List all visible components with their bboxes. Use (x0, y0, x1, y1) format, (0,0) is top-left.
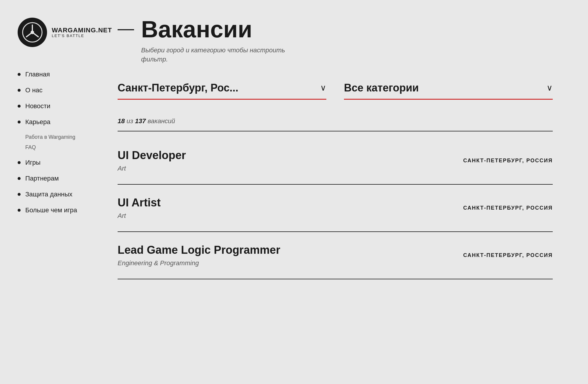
job-info: UI Developer Art (118, 149, 452, 172)
filters-row: Санкт-Петербург, Рос... ∨ Все категории … (118, 82, 553, 100)
nav-sub-group-kariera: Работа в Wargaming FAQ (25, 134, 82, 151)
svg-point-1 (31, 31, 34, 34)
header-text-area: Вакансии Выбери город и категорию чтобы … (141, 18, 553, 64)
job-info: Lead Game Logic Programmer Engineering &… (118, 244, 452, 267)
bullet-icon (18, 89, 21, 92)
category-filter-label: Все категории (344, 82, 419, 94)
page-subtitle: Выбери город и категорию чтобы настроить… (141, 46, 294, 64)
main-nav: Главная О нас Новости Карьера Работа в W… (18, 71, 82, 214)
sidebar-item-o-nas[interactable]: О нас (18, 86, 82, 94)
sidebar-item-novosti[interactable]: Новости (18, 102, 82, 110)
sidebar-item-partneram[interactable]: Партнерам (18, 175, 82, 182)
main-content: — Вакансии Выбери город и категорию чтоб… (94, 0, 588, 384)
chevron-down-icon: ∨ (547, 83, 553, 93)
bullet-icon (18, 193, 21, 196)
jobs-count-separator: из (127, 117, 135, 125)
logo-area[interactable]: WARGAMING.NET LET'S BATTLE (18, 18, 82, 47)
job-category: Art (118, 212, 452, 220)
job-category: Art (118, 165, 452, 172)
sidebar-item-label: Игры (25, 159, 41, 166)
job-title: UI Developer (118, 149, 452, 162)
sidebar: WARGAMING.NET LET'S BATTLE Главная О нас… (0, 0, 94, 384)
city-filter-select[interactable]: Санкт-Петербург, Рос... ∨ (118, 82, 326, 100)
sidebar-item-rabota[interactable]: Работа в Wargaming (25, 134, 82, 140)
sidebar-item-label: Главная (25, 71, 50, 78)
header-dash: — (118, 20, 134, 36)
page-title: Вакансии (141, 18, 553, 41)
job-item-lead-game-logic-programmer[interactable]: Lead Game Logic Programmer Engineering &… (118, 232, 553, 279)
chevron-down-icon: ∨ (320, 83, 326, 93)
jobs-count: 18 из 137 вакансий (118, 117, 553, 131)
job-item-ui-artist[interactable]: UI Artist Art САНКТ-ПЕТЕРБУРГ, РОССИЯ (118, 185, 553, 232)
sidebar-item-kariera[interactable]: Карьера (18, 118, 82, 126)
job-category: Engineering & Programming (118, 259, 452, 267)
category-filter-select[interactable]: Все категории ∨ (344, 82, 553, 100)
bullet-icon (18, 209, 21, 212)
jobs-count-shown: 18 (118, 117, 125, 125)
jobs-count-label: вакансий (148, 117, 175, 125)
sidebar-item-label: Новости (25, 102, 50, 110)
city-filter-dropdown[interactable]: Санкт-Петербург, Рос... ∨ (118, 82, 326, 100)
bullet-icon (18, 105, 21, 108)
bullet-icon (18, 177, 21, 180)
sidebar-item-label: Защита данных (25, 191, 72, 198)
logo-icon (18, 18, 47, 47)
sidebar-item-faq[interactable]: FAQ (25, 144, 82, 151)
bullet-icon (18, 121, 21, 123)
sidebar-item-bolshe[interactable]: Больше чем игра (18, 206, 82, 214)
sidebar-item-glavnaya[interactable]: Главная (18, 71, 82, 78)
category-filter-dropdown[interactable]: Все категории ∨ (344, 82, 553, 100)
job-location: САНКТ-ПЕТЕРБУРГ, РОССИЯ (463, 252, 553, 258)
job-info: UI Artist Art (118, 196, 452, 220)
job-location: САНКТ-ПЕТЕРБУРГ, РОССИЯ (463, 158, 553, 164)
jobs-section: 18 из 137 вакансий UI Developer Art САНК… (118, 117, 553, 279)
sidebar-item-label: Больше чем игра (25, 206, 77, 214)
jobs-count-total: 137 (135, 117, 146, 125)
sidebar-item-label: Партнерам (25, 175, 59, 182)
job-item-ui-developer[interactable]: UI Developer Art САНКТ-ПЕТЕРБУРГ, РОССИЯ (118, 137, 553, 185)
sidebar-item-igry[interactable]: Игры (18, 159, 82, 166)
sidebar-item-label: О нас (25, 86, 43, 94)
job-title: Lead Game Logic Programmer (118, 244, 452, 256)
bullet-icon (18, 161, 21, 164)
bullet-icon (18, 73, 21, 76)
sidebar-item-label: Карьера (25, 118, 50, 126)
page-header: — Вакансии Выбери город и категорию чтоб… (118, 18, 553, 64)
job-location: САНКТ-ПЕТЕРБУРГ, РОССИЯ (463, 205, 553, 211)
sidebar-item-zaschita[interactable]: Защита данных (18, 191, 82, 198)
job-title: UI Artist (118, 196, 452, 209)
city-filter-label: Санкт-Петербург, Рос... (118, 82, 238, 94)
